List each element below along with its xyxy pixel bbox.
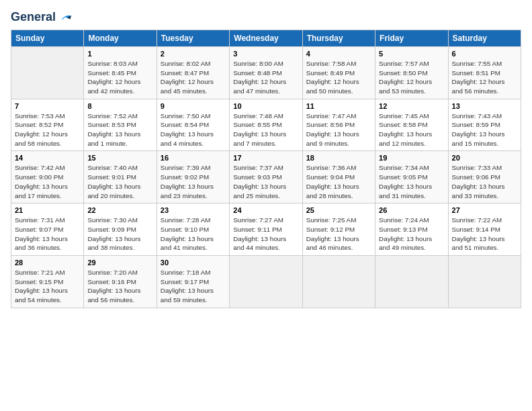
column-header-tuesday: Tuesday bbox=[157, 30, 229, 46]
day-number: 21 bbox=[15, 206, 80, 214]
calendar-cell: 5 Sunrise: 7:57 AMSunset: 8:50 PMDayligh… bbox=[375, 46, 448, 99]
calendar-cell: 15 Sunrise: 7:40 AMSunset: 9:01 PMDaylig… bbox=[84, 151, 157, 203]
calendar-cell: 3 Sunrise: 8:00 AMSunset: 8:48 PMDayligh… bbox=[230, 46, 302, 99]
calendar-cell: 30 Sunrise: 7:18 AMSunset: 9:17 PMDaylig… bbox=[157, 256, 229, 308]
day-number: 30 bbox=[161, 259, 226, 267]
sun-info: Sunrise: 7:27 AMSunset: 9:11 PMDaylight:… bbox=[233, 216, 286, 251]
day-number: 2 bbox=[161, 50, 226, 58]
sun-info: Sunrise: 7:20 AMSunset: 9:16 PMDaylight:… bbox=[87, 269, 140, 304]
day-number: 8 bbox=[87, 102, 152, 110]
calendar-cell: 27 Sunrise: 7:22 AMSunset: 9:14 PMDaylig… bbox=[448, 203, 521, 256]
column-header-friday: Friday bbox=[375, 30, 448, 46]
day-number: 16 bbox=[161, 154, 226, 162]
sun-info: Sunrise: 7:52 AMSunset: 8:53 PMDaylight:… bbox=[87, 112, 140, 147]
week-row-5: 28 Sunrise: 7:21 AMSunset: 9:15 PMDaylig… bbox=[11, 256, 521, 308]
calendar-cell: 11 Sunrise: 7:47 AMSunset: 8:56 PMDaylig… bbox=[302, 99, 375, 151]
sun-info: Sunrise: 7:53 AMSunset: 8:52 PMDaylight:… bbox=[15, 112, 68, 147]
day-number: 9 bbox=[161, 102, 226, 110]
calendar-cell bbox=[375, 256, 448, 308]
sun-info: Sunrise: 7:39 AMSunset: 9:02 PMDaylight:… bbox=[161, 164, 214, 199]
sun-info: Sunrise: 7:58 AMSunset: 8:49 PMDaylight:… bbox=[306, 60, 359, 95]
sun-info: Sunrise: 7:47 AMSunset: 8:56 PMDaylight:… bbox=[306, 112, 359, 147]
day-number: 22 bbox=[87, 206, 152, 214]
calendar-cell: 10 Sunrise: 7:48 AMSunset: 8:55 PMDaylig… bbox=[230, 99, 302, 151]
sun-info: Sunrise: 7:25 AMSunset: 9:12 PMDaylight:… bbox=[306, 216, 359, 251]
calendar-cell: 13 Sunrise: 7:43 AMSunset: 8:59 PMDaylig… bbox=[448, 99, 521, 151]
sun-info: Sunrise: 7:57 AMSunset: 8:50 PMDaylight:… bbox=[379, 60, 432, 95]
sun-info: Sunrise: 7:21 AMSunset: 9:15 PMDaylight:… bbox=[15, 269, 68, 304]
day-number: 11 bbox=[306, 102, 371, 110]
day-number: 4 bbox=[306, 50, 371, 58]
calendar-cell: 2 Sunrise: 8:02 AMSunset: 8:47 PMDayligh… bbox=[157, 46, 229, 99]
calendar-cell: 17 Sunrise: 7:37 AMSunset: 9:03 PMDaylig… bbox=[230, 151, 302, 203]
week-row-4: 21 Sunrise: 7:31 AMSunset: 9:07 PMDaylig… bbox=[11, 203, 521, 256]
calendar-cell: 23 Sunrise: 7:28 AMSunset: 9:10 PMDaylig… bbox=[157, 203, 229, 256]
calendar-cell: 14 Sunrise: 7:42 AMSunset: 9:00 PMDaylig… bbox=[11, 151, 84, 203]
sun-info: Sunrise: 7:50 AMSunset: 8:54 PMDaylight:… bbox=[161, 112, 214, 147]
sun-info: Sunrise: 7:48 AMSunset: 8:55 PMDaylight:… bbox=[233, 112, 286, 147]
calendar-cell: 8 Sunrise: 7:52 AMSunset: 8:53 PMDayligh… bbox=[84, 99, 157, 151]
calendar-cell: 9 Sunrise: 7:50 AMSunset: 8:54 PMDayligh… bbox=[157, 99, 229, 151]
day-number: 15 bbox=[87, 154, 152, 162]
sun-info: Sunrise: 7:24 AMSunset: 9:13 PMDaylight:… bbox=[379, 216, 432, 251]
sun-info: Sunrise: 7:42 AMSunset: 9:00 PMDaylight:… bbox=[15, 164, 68, 199]
sun-info: Sunrise: 7:22 AMSunset: 9:14 PMDaylight:… bbox=[452, 216, 505, 251]
calendar-cell: 12 Sunrise: 7:45 AMSunset: 8:58 PMDaylig… bbox=[375, 99, 448, 151]
day-number: 24 bbox=[233, 206, 298, 214]
sun-info: Sunrise: 7:55 AMSunset: 8:51 PMDaylight:… bbox=[452, 60, 505, 95]
calendar-cell: 18 Sunrise: 7:36 AMSunset: 9:04 PMDaylig… bbox=[302, 151, 375, 203]
day-number: 27 bbox=[452, 206, 517, 214]
day-number: 6 bbox=[452, 50, 517, 58]
calendar-cell: 22 Sunrise: 7:30 AMSunset: 9:09 PMDaylig… bbox=[84, 203, 157, 256]
sun-info: Sunrise: 7:36 AMSunset: 9:04 PMDaylight:… bbox=[306, 164, 359, 199]
sun-info: Sunrise: 7:33 AMSunset: 9:06 PMDaylight:… bbox=[452, 164, 505, 199]
day-number: 25 bbox=[306, 206, 371, 214]
column-header-monday: Monday bbox=[84, 30, 157, 46]
week-row-2: 7 Sunrise: 7:53 AMSunset: 8:52 PMDayligh… bbox=[11, 99, 521, 151]
sun-info: Sunrise: 7:34 AMSunset: 9:05 PMDaylight:… bbox=[379, 164, 432, 199]
sun-info: Sunrise: 7:37 AMSunset: 9:03 PMDaylight:… bbox=[233, 164, 286, 199]
calendar-cell: 19 Sunrise: 7:34 AMSunset: 9:05 PMDaylig… bbox=[375, 151, 448, 203]
calendar-cell: 7 Sunrise: 7:53 AMSunset: 8:52 PMDayligh… bbox=[11, 99, 84, 151]
day-number: 13 bbox=[452, 102, 517, 110]
calendar-cell: 20 Sunrise: 7:33 AMSunset: 9:06 PMDaylig… bbox=[448, 151, 521, 203]
day-number: 26 bbox=[379, 206, 444, 214]
sun-info: Sunrise: 7:45 AMSunset: 8:58 PMDaylight:… bbox=[379, 112, 432, 147]
logo-general: General bbox=[11, 11, 73, 24]
calendar-cell: 4 Sunrise: 7:58 AMSunset: 8:49 PMDayligh… bbox=[302, 46, 375, 99]
calendar-cell: 26 Sunrise: 7:24 AMSunset: 9:13 PMDaylig… bbox=[375, 203, 448, 256]
sun-info: Sunrise: 7:43 AMSunset: 8:59 PMDaylight:… bbox=[452, 112, 505, 147]
column-header-thursday: Thursday bbox=[302, 30, 375, 46]
day-number: 14 bbox=[15, 154, 80, 162]
week-row-1: 1 Sunrise: 8:03 AMSunset: 8:45 PMDayligh… bbox=[11, 46, 521, 99]
calendar-cell: 28 Sunrise: 7:21 AMSunset: 9:15 PMDaylig… bbox=[11, 256, 84, 308]
column-header-wednesday: Wednesday bbox=[230, 30, 302, 46]
logo-bird-icon bbox=[60, 13, 73, 22]
day-number: 20 bbox=[452, 154, 517, 162]
day-number: 18 bbox=[306, 154, 371, 162]
day-number: 23 bbox=[161, 206, 226, 214]
sun-info: Sunrise: 7:28 AMSunset: 9:10 PMDaylight:… bbox=[161, 216, 214, 251]
sun-info: Sunrise: 8:00 AMSunset: 8:48 PMDaylight:… bbox=[233, 60, 286, 95]
sun-info: Sunrise: 7:18 AMSunset: 9:17 PMDaylight:… bbox=[161, 269, 214, 304]
column-header-sunday: Sunday bbox=[11, 30, 84, 46]
column-header-saturday: Saturday bbox=[448, 30, 521, 46]
week-row-3: 14 Sunrise: 7:42 AMSunset: 9:00 PMDaylig… bbox=[11, 151, 521, 203]
calendar-cell: 24 Sunrise: 7:27 AMSunset: 9:11 PMDaylig… bbox=[230, 203, 302, 256]
calendar-cell: 16 Sunrise: 7:39 AMSunset: 9:02 PMDaylig… bbox=[157, 151, 229, 203]
calendar-cell bbox=[230, 256, 302, 308]
sun-info: Sunrise: 7:31 AMSunset: 9:07 PMDaylight:… bbox=[15, 216, 68, 251]
calendar-table: SundayMondayTuesdayWednesdayThursdayFrid… bbox=[11, 30, 521, 308]
sun-info: Sunrise: 7:30 AMSunset: 9:09 PMDaylight:… bbox=[87, 216, 140, 251]
day-number: 7 bbox=[15, 102, 80, 110]
day-number: 5 bbox=[379, 50, 444, 58]
calendar-header-row: SundayMondayTuesdayWednesdayThursdayFrid… bbox=[11, 30, 521, 46]
day-number: 1 bbox=[87, 50, 152, 58]
calendar-cell bbox=[448, 256, 521, 308]
day-number: 10 bbox=[233, 102, 298, 110]
calendar-cell bbox=[11, 46, 84, 99]
day-number: 3 bbox=[233, 50, 298, 58]
day-number: 19 bbox=[379, 154, 444, 162]
sun-info: Sunrise: 8:02 AMSunset: 8:47 PMDaylight:… bbox=[161, 60, 214, 95]
calendar-cell: 21 Sunrise: 7:31 AMSunset: 9:07 PMDaylig… bbox=[11, 203, 84, 256]
